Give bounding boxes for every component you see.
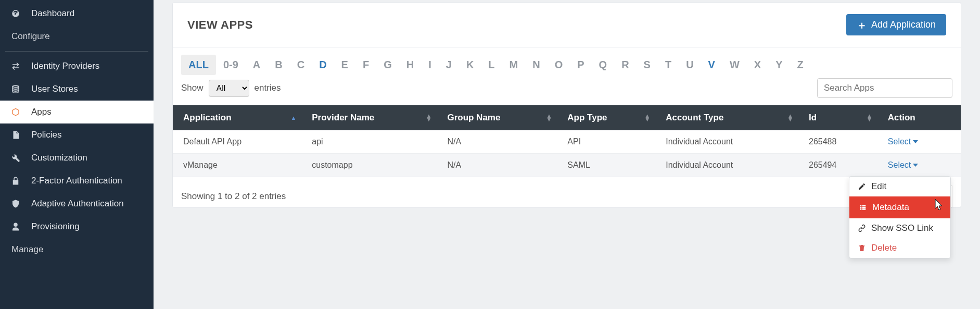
- table-row: vManage customapp N/A SAML Individual Ac…: [173, 154, 961, 177]
- sort-icon: ▲: [290, 116, 296, 120]
- action-dropdown-menu: Edit Metadata Show SSO Link Delete: [849, 176, 951, 258]
- sidebar-item-dashboard[interactable]: Dashboard: [0, 2, 154, 25]
- alpha-filter-w[interactable]: W: [722, 55, 747, 75]
- entries-selector: Show All entries: [181, 80, 281, 97]
- alpha-filter-q[interactable]: Q: [592, 55, 615, 75]
- col-application[interactable]: Application▲: [173, 105, 301, 130]
- select-action-dropdown[interactable]: Select: [888, 160, 918, 170]
- alpha-filter-d[interactable]: D: [312, 55, 334, 75]
- search-input[interactable]: [817, 78, 952, 98]
- sidebar-item-customization[interactable]: Customization: [0, 146, 154, 169]
- controls-row: Show All entries: [173, 78, 961, 105]
- alpha-filter-m[interactable]: M: [502, 55, 526, 75]
- sort-icon: ▲▼: [546, 114, 552, 121]
- table-header-row: Application▲ Provider Name▲▼ Group Name▲…: [173, 105, 961, 130]
- sidebar-item-label: User Stores: [31, 84, 78, 94]
- pencil-icon: [858, 182, 866, 191]
- col-account[interactable]: Account Type▲▼: [655, 105, 798, 130]
- alpha-filter-b[interactable]: B: [268, 55, 289, 75]
- main-content: VIEW APPS ＋ Add Application ALL 0-9 A B …: [154, 0, 980, 309]
- dropdown-edit[interactable]: Edit: [849, 177, 950, 196]
- list-icon: [859, 203, 867, 212]
- alpha-filter-h[interactable]: H: [399, 55, 421, 75]
- sidebar-item-provisioning[interactable]: Provisioning: [0, 215, 154, 238]
- alpha-filter-t[interactable]: T: [658, 55, 679, 75]
- alpha-filter-a[interactable]: A: [246, 55, 268, 75]
- sidebar: Dashboard Configure Identity Providers U…: [0, 0, 154, 309]
- sidebar-item-label: Identity Providers: [31, 61, 99, 71]
- alpha-filter-r[interactable]: R: [614, 55, 636, 75]
- alpha-filter-e[interactable]: E: [334, 55, 355, 75]
- sidebar-section-configure: Configure: [0, 25, 154, 48]
- sidebar-item-2fa[interactable]: 2-Factor Authentication: [0, 169, 154, 192]
- alpha-filter-c[interactable]: C: [290, 55, 312, 75]
- col-group[interactable]: Group Name▲▼: [437, 105, 557, 130]
- select-action-dropdown[interactable]: Select: [888, 137, 918, 146]
- alpha-filter-0-9[interactable]: 0-9: [216, 55, 246, 75]
- sort-icon: ▲▼: [426, 114, 432, 121]
- apps-panel: VIEW APPS ＋ Add Application ALL 0-9 A B …: [172, 2, 961, 208]
- alpha-filter-k[interactable]: K: [459, 55, 481, 75]
- caret-down-icon: [913, 140, 918, 143]
- cube-icon: [9, 107, 22, 117]
- add-application-button[interactable]: ＋ Add Application: [846, 14, 946, 35]
- cell-id: 265488: [798, 130, 877, 154]
- sidebar-item-label: Provisioning: [31, 221, 80, 232]
- alpha-filter-all[interactable]: ALL: [181, 55, 216, 75]
- show-label-pre: Show: [181, 83, 203, 93]
- sidebar-item-adaptive-auth[interactable]: Adaptive Authentication: [0, 192, 154, 215]
- alpha-filter-o[interactable]: O: [548, 55, 570, 75]
- cell-group: N/A: [437, 154, 557, 177]
- sort-icon: ▲▼: [644, 114, 650, 121]
- gauge-icon: [9, 9, 22, 18]
- alpha-filter-j[interactable]: J: [439, 55, 459, 75]
- col-id[interactable]: Id▲▼: [798, 105, 877, 130]
- shield-icon: [9, 199, 22, 208]
- col-action: Action: [877, 105, 961, 130]
- database-icon: [9, 84, 22, 94]
- sidebar-item-label: Apps: [31, 107, 52, 117]
- sidebar-item-identity-providers[interactable]: Identity Providers: [0, 55, 154, 78]
- trash-icon: [858, 243, 866, 253]
- alpha-filter-n[interactable]: N: [525, 55, 547, 75]
- table-footer: Showing 1 to 2 of 2 entries First Previo: [173, 177, 961, 207]
- col-provider[interactable]: Provider Name▲▼: [301, 105, 437, 130]
- sidebar-item-label: 2-Factor Authentication: [31, 176, 122, 186]
- alpha-filter-v[interactable]: V: [701, 55, 722, 75]
- alpha-filter-s[interactable]: S: [637, 55, 658, 75]
- cell-action: Select: [877, 130, 961, 154]
- doc-icon: [9, 130, 22, 140]
- panel-header: VIEW APPS ＋ Add Application: [173, 3, 961, 47]
- alpha-filter-row: ALL 0-9 A B C D E F G H I J K L M N O P …: [173, 47, 961, 78]
- sort-icon: ▲▼: [787, 114, 793, 121]
- sidebar-item-apps[interactable]: Apps: [0, 101, 154, 123]
- alpha-filter-i[interactable]: I: [421, 55, 439, 75]
- alpha-filter-f[interactable]: F: [355, 55, 376, 75]
- sidebar-item-label: Policies: [31, 130, 62, 140]
- alpha-filter-x[interactable]: X: [747, 55, 768, 75]
- cell-apptype: SAML: [557, 154, 655, 177]
- divider: [5, 51, 148, 52]
- swap-icon: [9, 61, 22, 71]
- alpha-filter-p[interactable]: P: [570, 55, 591, 75]
- user-icon: [9, 222, 22, 231]
- alpha-filter-g[interactable]: G: [376, 55, 399, 75]
- dropdown-metadata[interactable]: Metadata: [849, 196, 950, 218]
- alpha-filter-y[interactable]: Y: [768, 55, 790, 75]
- entries-select[interactable]: All: [209, 80, 249, 97]
- link-icon: [858, 224, 866, 233]
- sidebar-item-user-stores[interactable]: User Stores: [0, 78, 154, 101]
- col-apptype[interactable]: App Type▲▼: [557, 105, 655, 130]
- alpha-filter-z[interactable]: Z: [790, 55, 811, 75]
- cell-application: vManage: [173, 154, 301, 177]
- dropdown-delete[interactable]: Delete: [849, 238, 950, 258]
- cell-group: N/A: [437, 130, 557, 154]
- cell-account: Individual Account: [655, 130, 798, 154]
- cell-provider: api: [301, 130, 437, 154]
- alpha-filter-l[interactable]: L: [481, 55, 502, 75]
- dropdown-show-sso[interactable]: Show SSO Link: [849, 218, 950, 238]
- showing-text: Showing 1 to 2 of 2 entries: [181, 191, 286, 202]
- sidebar-item-policies[interactable]: Policies: [0, 123, 154, 146]
- cell-id: 265494: [798, 154, 877, 177]
- alpha-filter-u[interactable]: U: [679, 55, 701, 75]
